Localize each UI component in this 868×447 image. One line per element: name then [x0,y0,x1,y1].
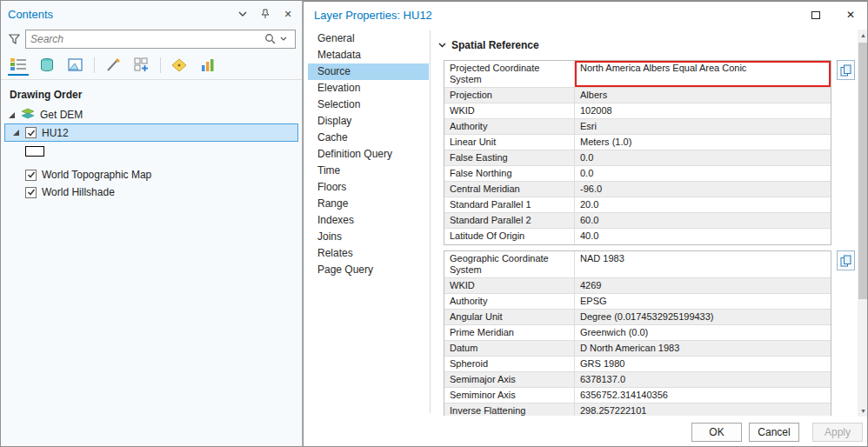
property-value[interactable]: Albers [575,88,831,103]
list-by-drawing-order-icon[interactable] [8,55,29,76]
nav-item-page-query[interactable]: Page Query [308,262,429,278]
list-by-selection-icon[interactable] [65,55,86,76]
nav-item-metadata[interactable]: Metadata [308,47,429,63]
property-value[interactable]: Esri [575,119,831,134]
close-pane-icon[interactable]: ✕ [281,7,295,21]
pin-icon[interactable] [258,7,272,21]
layer-label[interactable]: HU12 [42,127,69,139]
properties-nav: General Metadata Source Elevation Select… [308,30,429,278]
vertical-scrollbar[interactable]: ▲ ▼ [858,30,868,417]
property-value[interactable]: Degree (0.0174532925199433) [575,310,831,324]
nav-item-source[interactable]: Source [308,63,429,80]
group-layer-icon [21,108,35,122]
nav-item-joins[interactable]: Joins [308,229,429,245]
table-row: Inverse Flattening298.257222101 [444,404,831,416]
layer-item-world-topographic-map[interactable]: World Topographic Map [1,166,302,183]
table-row: Standard Parallel 120.0 [444,197,831,213]
ok-button[interactable]: OK [691,423,742,442]
property-value[interactable]: NAD 1983 [575,251,831,277]
symbol-swatch[interactable] [25,146,44,157]
chevron-down-icon[interactable] [236,7,250,21]
expand-collapse-icon[interactable] [12,129,20,137]
filter-icon[interactable] [7,32,21,46]
scrollbar-thumb[interactable] [858,43,868,299]
list-by-charts-icon[interactable] [197,55,218,76]
table-row: DatumD North American 1983 [444,341,831,357]
scroll-down-icon[interactable]: ▼ [858,405,868,417]
property-value[interactable]: 20.0 [575,197,831,212]
layer-visibility-checkbox[interactable] [25,170,37,181]
list-by-labeling-icon[interactable] [169,55,190,76]
search-options-chevron-icon[interactable] [277,32,290,46]
layer-visibility-checkbox[interactable] [25,127,37,138]
table-row: WKID4269 [444,278,831,294]
nav-item-definition-query[interactable]: Definition Query [308,146,429,163]
close-icon[interactable]: ✕ [833,3,868,28]
property-value[interactable]: 298.257222101 [575,404,831,416]
spatial-reference-section-header[interactable]: Spatial Reference [438,39,857,51]
property-label: Projected Coordinate System [444,61,575,87]
property-value[interactable]: -96.0 [575,182,831,197]
property-value[interactable]: 40.0 [575,229,831,244]
table-row: Projected Coordinate SystemNorth America… [444,61,831,88]
nav-item-range[interactable]: Range [308,196,429,212]
list-by-editing-icon[interactable] [103,55,124,76]
expand-collapse-icon[interactable] [8,111,16,119]
cancel-button[interactable]: Cancel [749,423,799,442]
layer-label[interactable]: Get DEM [40,109,83,121]
layer-item-get-dem[interactable]: Get DEM [1,106,302,123]
list-by-snapping-icon[interactable] [131,55,152,76]
table-row: AuthorityEsri [444,119,831,135]
nav-item-elevation[interactable]: Elevation [308,80,429,97]
apply-button[interactable]: Apply [812,423,863,442]
contents-pane-header: Contents ✕ [1,1,302,27]
nav-item-indexes[interactable]: Indexes [308,212,429,229]
property-label: Geographic Coordinate System [444,251,575,277]
property-label: Datum [444,341,575,356]
property-label: Authority [444,294,575,309]
nav-item-floors[interactable]: Floors [308,179,429,196]
property-value-highlighted[interactable]: North America Albers Equal Area Conic [575,61,831,87]
section-title: Spatial Reference [451,39,539,51]
layer-visibility-checkbox[interactable] [25,187,37,198]
property-value[interactable]: EPSG [575,294,831,309]
copy-projected-cs-button[interactable] [837,60,855,80]
property-value[interactable]: Meters (1.0) [575,135,831,150]
nav-item-relates[interactable]: Relates [308,245,429,262]
property-value[interactable]: D North American 1983 [575,341,831,356]
property-value[interactable]: 0.0 [575,150,831,165]
dialog-titlebar[interactable]: Layer Properties: HU12 ✕ [304,2,868,28]
property-label: Linear Unit [444,135,575,150]
window-controls: ✕ [798,3,868,28]
property-value[interactable]: 102008 [575,103,831,118]
search-icon[interactable] [263,32,277,46]
layer-item-world-hillshade[interactable]: World Hillshade [1,183,302,201]
property-value[interactable]: 60.0 [575,213,831,228]
nav-item-display[interactable]: Display [308,113,429,130]
nav-item-cache[interactable]: Cache [308,130,429,146]
property-value[interactable]: 6378137.0 [575,372,831,387]
property-label: Central Meridian [444,182,575,197]
search-input[interactable] [30,33,263,45]
copy-geographic-cs-button[interactable] [837,250,855,270]
property-label: False Easting [444,150,575,165]
nav-item-time[interactable]: Time [308,163,429,179]
property-value[interactable]: GRS 1980 [575,357,831,371]
dialog-title: Layer Properties: HU12 [314,9,432,22]
property-value[interactable]: 6356752.314140356 [575,388,831,403]
list-by-data-source-icon[interactable] [37,55,57,76]
table-row: Geographic Coordinate SystemNAD 1983 [444,251,831,278]
nav-item-general[interactable]: General [308,30,429,47]
property-value[interactable]: Greenwich (0.0) [575,325,831,340]
property-label: Inverse Flattening [444,404,575,416]
search-box [25,30,296,49]
projected-cs-table: Projected Coordinate SystemNorth America… [444,60,831,245]
property-value[interactable]: 0.0 [575,166,831,181]
property-value[interactable]: 4269 [575,278,831,293]
scroll-up-icon[interactable]: ▲ [858,30,868,41]
maximize-icon[interactable] [798,3,833,28]
layer-label[interactable]: World Topographic Map [42,169,151,181]
layer-item-hu12[interactable]: HU12 [4,123,298,142]
layer-label[interactable]: World Hillshade [42,186,115,198]
nav-item-selection[interactable]: Selection [308,97,429,113]
